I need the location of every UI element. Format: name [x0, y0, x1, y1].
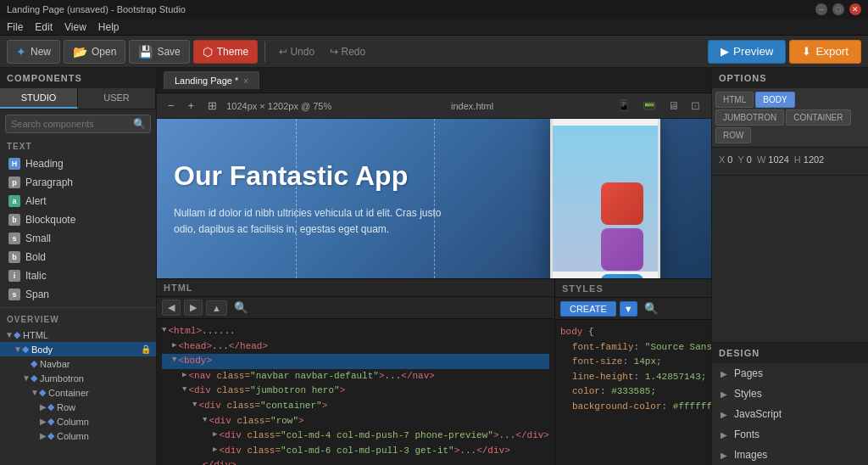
design-javascript[interactable]: ▶ JavaScript: [712, 404, 868, 424]
export-button[interactable]: ⬇ Export: [789, 40, 861, 64]
html-code-editor[interactable]: ▼ <html> ...... ▶ <head> ... </head> ▼ <…: [157, 319, 554, 465]
css-line-selector: body {: [560, 325, 711, 340]
styles-panel-title: STYLES ⋮: [555, 279, 711, 298]
right-panel: OPTIONS HTML BODY JUMBOTRON CONTAINER RO…: [711, 68, 868, 465]
zoom-out-button[interactable]: −: [164, 98, 179, 114]
small-badge: s: [8, 232, 20, 244]
search-input[interactable]: [5, 115, 151, 133]
design-styles[interactable]: ▶ Styles: [712, 384, 868, 404]
col1-icon: ◆: [47, 416, 54, 427]
undo-button[interactable]: ↩ Undo: [272, 42, 321, 61]
menu-help[interactable]: Help: [98, 21, 120, 33]
css-line-color: color : #333585;: [560, 384, 711, 400]
navbar-icon: ◆: [31, 358, 37, 369]
tab-close-icon[interactable]: ×: [243, 76, 248, 86]
html-search-button[interactable]: 🔍: [231, 300, 252, 316]
menu-file[interactable]: File: [7, 21, 23, 33]
menu-bar: File Edit View Help: [0, 19, 868, 36]
opt-tab-jumbotron[interactable]: JUMBOTRON: [715, 109, 784, 126]
open-button[interactable]: 📂 Open: [64, 40, 125, 64]
italic-badge: i: [8, 270, 20, 282]
minimize-button[interactable]: ─: [815, 3, 827, 15]
device-mobile-button[interactable]: 📱: [613, 98, 635, 114]
container-icon: ◆: [39, 387, 46, 398]
tree-navbar[interactable]: ◆ Navbar: [0, 356, 156, 371]
code-line-body[interactable]: ▼ <body>: [162, 354, 549, 369]
code-line-container: ▼ <div class= "container" >: [162, 399, 549, 414]
tree-toggle: ▼: [5, 330, 14, 339]
alert-label: Alert: [25, 195, 47, 207]
dimensions-row: X 0 Y 0 W 1024 H 1202: [712, 148, 868, 171]
device-fullscreen-button[interactable]: ⊡: [687, 98, 704, 114]
html-nav-next[interactable]: ▶: [184, 300, 203, 316]
save-button[interactable]: 💾 Save: [129, 40, 189, 64]
tree-row[interactable]: ▶ ◆ Row: [0, 400, 156, 414]
theme-button[interactable]: ⬡ Theme: [193, 40, 258, 64]
col2-toggle: ▶: [39, 431, 47, 440]
opt-tab-row[interactable]: ROW: [715, 127, 751, 143]
html-panel: HTML ◀ ▶ ▲ 🔍 ▼ <html> ...... ▶: [157, 279, 555, 465]
html-nav-prev[interactable]: ◀: [162, 300, 181, 316]
theme-icon: ⬡: [203, 45, 213, 59]
design-section: DESIGN ▶ Pages ▶ Styles ▶ JavaScript ▶ F…: [712, 342, 868, 465]
tree-html-label: HTML: [23, 330, 48, 340]
tab-studio[interactable]: STUDIO: [0, 88, 78, 109]
tree-navbar-label: Navbar: [40, 359, 70, 369]
design-header: DESIGN: [712, 343, 868, 363]
component-small[interactable]: s Small: [0, 229, 156, 248]
tree-body[interactable]: ▼ ◆ Body 🔒: [0, 342, 156, 356]
design-images-label: Images: [734, 449, 767, 461]
canvas-tab-landing[interactable]: Landing Page * ×: [164, 71, 259, 89]
body-toggle: ▼: [14, 345, 22, 354]
open-icon: 📂: [73, 45, 87, 59]
tree-column2[interactable]: ▶ ◆ Column: [0, 429, 156, 443]
design-fonts[interactable]: ▶ Fonts: [712, 424, 868, 445]
pages-arrow: ▶: [721, 369, 727, 378]
create-style-dropdown[interactable]: ▼: [620, 301, 637, 317]
code-line-head: ▶ <head> ... </head>: [162, 339, 549, 355]
opt-tab-container[interactable]: CONTAINER: [786, 109, 850, 126]
close-button[interactable]: ✕: [849, 3, 861, 15]
grid-button[interactable]: ⊞: [203, 98, 221, 114]
tree-jumbotron[interactable]: ▼ ◆ Jumbotron: [0, 371, 156, 385]
canvas-toolbar: − + ⊞ 1024px × 1202px @ 75% index.html 📱…: [157, 93, 711, 119]
menu-view[interactable]: View: [64, 21, 86, 33]
styles-code-editor[interactable]: body { font-family : "Source Sans Pro","…: [555, 320, 711, 465]
device-tablet-button[interactable]: 📟: [638, 98, 660, 114]
jumbotron-icon: ◆: [31, 373, 37, 384]
tree-column1[interactable]: ▶ ◆ Column: [0, 414, 156, 429]
design-pages[interactable]: ▶ Pages: [712, 363, 868, 384]
component-bold[interactable]: b Bold: [0, 248, 156, 266]
component-italic[interactable]: i Italic: [0, 266, 156, 285]
jumbotron-toggle: ▼: [22, 373, 31, 383]
html-nav-up[interactable]: ▲: [206, 300, 227, 316]
tab-user[interactable]: USER: [78, 88, 156, 109]
new-button[interactable]: ✦ New: [7, 40, 60, 64]
opt-tab-body[interactable]: BODY: [755, 92, 794, 108]
title-bar-controls: ─ □ ✕: [815, 3, 861, 15]
code-line-jumbotron: ▼ <div class= "jumbotron hero" >: [162, 384, 549, 399]
tree-container-label: Container: [48, 388, 89, 398]
styles-search-button[interactable]: 🔍: [641, 300, 662, 317]
component-paragraph[interactable]: p Paragraph: [0, 173, 156, 192]
zoom-in-button[interactable]: +: [184, 98, 199, 114]
filename-label: index.html: [451, 101, 493, 111]
menu-edit[interactable]: Edit: [35, 21, 53, 33]
component-blockquote[interactable]: b Blockquote: [0, 210, 156, 229]
redo-button[interactable]: ↪ Redo: [323, 42, 372, 61]
tree-html[interactable]: ▼ ◆ HTML: [0, 328, 156, 342]
device-desktop-button[interactable]: 🖥: [664, 98, 683, 114]
design-images[interactable]: ▶ Images: [712, 445, 868, 465]
component-alert[interactable]: a Alert: [0, 192, 156, 210]
alert-badge: a: [8, 195, 20, 207]
preview-button[interactable]: ▶ Preview: [708, 40, 786, 64]
color-blocks: [601, 182, 643, 278]
maximize-button[interactable]: □: [832, 3, 844, 15]
opt-tab-html[interactable]: HTML: [715, 92, 754, 108]
tree-container[interactable]: ▼ ◆ Container: [0, 385, 156, 400]
styles-arrow: ▶: [721, 389, 727, 399]
create-style-button[interactable]: CREATE: [560, 301, 616, 317]
component-span[interactable]: s Span: [0, 285, 156, 304]
component-heading[interactable]: H Heading: [0, 154, 156, 173]
code-line-nav: ▶ <nav class= "navbar navbar-default" > …: [162, 369, 549, 384]
